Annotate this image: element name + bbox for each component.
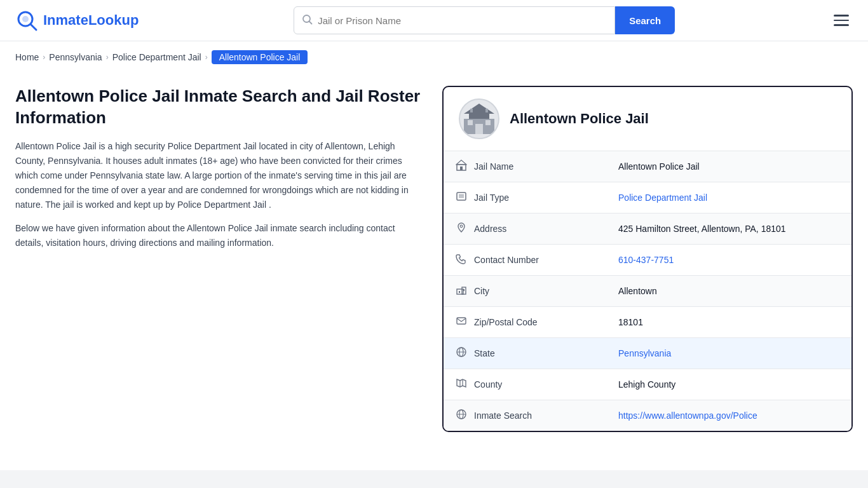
search-input-wrap (294, 6, 615, 34)
info-card: Allentown Police Jail Jail Name Allentow… (442, 86, 853, 432)
table-row: City Allentown (444, 276, 851, 307)
breadcrumb-pennsylvania[interactable]: Pennsylvania (49, 52, 102, 62)
footer (0, 470, 868, 488)
logo-icon (15, 9, 38, 32)
map-icon (455, 377, 468, 391)
value-contact[interactable]: 610-437-7751 (607, 245, 851, 276)
value-city: Allentown (607, 276, 851, 307)
value-zip: 18101 (607, 307, 851, 338)
value-inmate-search[interactable]: https://www.allentownpa.gov/Police (607, 400, 851, 431)
card-title: Allentown Police Jail (510, 111, 649, 127)
table-row: County Lehigh County (444, 369, 851, 400)
site-header: InmateLookup Search (0, 0, 868, 41)
page-title: Allentown Police Jail Inmate Search and … (15, 86, 422, 129)
svg-line-4 (309, 21, 312, 24)
svg-rect-24 (457, 318, 466, 324)
city-icon (455, 284, 468, 298)
globe-icon (455, 346, 468, 360)
table-row: Jail Type Police Department Jail (444, 182, 851, 214)
svg-rect-12 (485, 109, 488, 112)
label-zip: Zip/Postal Code (444, 307, 607, 337)
svg-line-1 (31, 24, 36, 30)
search-globe-icon (455, 409, 468, 423)
table-row: Inmate Search https://www.allentownpa.go… (444, 400, 851, 431)
hamburger-line-1 (834, 15, 849, 17)
pin-icon (455, 222, 468, 236)
value-county: Lehigh County (607, 369, 851, 400)
svg-rect-23 (463, 289, 465, 291)
svg-rect-15 (460, 166, 463, 170)
list-icon (455, 191, 468, 205)
table-row: Contact Number 610-437-7751 (444, 245, 851, 276)
search-button[interactable]: Search (615, 6, 675, 34)
search-icon (302, 14, 313, 27)
building-icon (455, 159, 468, 173)
breadcrumb-current: Allentown Police Jail (212, 50, 308, 64)
svg-rect-8 (475, 124, 483, 134)
label-state: State (444, 338, 607, 369)
value-address: 425 Hamilton Street, Allentown, PA, 1810… (607, 214, 851, 245)
breadcrumb: Home › Pennsylvania › Police Department … (0, 41, 868, 73)
hamburger-line-2 (834, 20, 849, 22)
jail-avatar-image (461, 101, 497, 137)
table-row: State Pennsylvania (444, 338, 851, 369)
svg-rect-10 (485, 120, 491, 125)
description-2: Below we have given information about th… (15, 221, 422, 250)
logo-text: InmateLookup (43, 12, 139, 29)
table-row: Jail Name Allentown Police Jail (444, 151, 851, 182)
svg-rect-22 (459, 291, 460, 293)
description-1: Allentown Police Jail is a high security… (15, 139, 422, 212)
logo-link[interactable]: InmateLookup (15, 9, 139, 32)
search-bar: Search (294, 6, 675, 34)
svg-rect-9 (468, 120, 473, 125)
breadcrumb-sep-1: › (43, 53, 45, 62)
hamburger-line-3 (834, 24, 849, 26)
main-content: Allentown Police Jail Inmate Search and … (0, 73, 868, 458)
label-city: City (444, 276, 607, 306)
jail-avatar (459, 98, 499, 139)
svg-marker-14 (456, 160, 466, 165)
svg-rect-6 (469, 114, 489, 119)
breadcrumb-sep-2: › (106, 53, 109, 62)
label-county: County (444, 369, 607, 400)
breadcrumb-sep-3: › (205, 53, 208, 62)
svg-point-2 (22, 16, 29, 22)
breadcrumb-police-dept[interactable]: Police Department Jail (112, 52, 201, 62)
value-jail-name: Allentown Police Jail (607, 151, 851, 182)
info-table: Jail Name Allentown Police Jail Jail Typ… (444, 151, 851, 431)
search-input[interactable] (318, 15, 607, 26)
label-address: Address (444, 214, 607, 244)
value-jail-type[interactable]: Police Department Jail (607, 182, 851, 214)
table-row: Address 425 Hamilton Street, Allentown, … (444, 214, 851, 245)
left-panel: Allentown Police Jail Inmate Search and … (15, 86, 422, 432)
label-jail-type: Jail Type (444, 182, 607, 213)
menu-button[interactable] (830, 11, 853, 30)
phone-icon (455, 253, 468, 267)
mail-icon (455, 315, 468, 329)
label-jail-name: Jail Name (444, 151, 607, 182)
svg-marker-28 (457, 379, 466, 387)
svg-rect-11 (470, 109, 473, 112)
card-header: Allentown Police Jail (444, 87, 851, 151)
label-inmate-search: Inmate Search (444, 400, 607, 431)
breadcrumb-home[interactable]: Home (15, 52, 39, 62)
value-state[interactable]: Pennsylvania (607, 338, 851, 369)
svg-rect-16 (457, 193, 466, 200)
table-row: Zip/Postal Code 18101 (444, 307, 851, 338)
svg-marker-7 (464, 104, 494, 114)
svg-point-19 (460, 225, 463, 227)
label-contact: Contact Number (444, 245, 607, 275)
